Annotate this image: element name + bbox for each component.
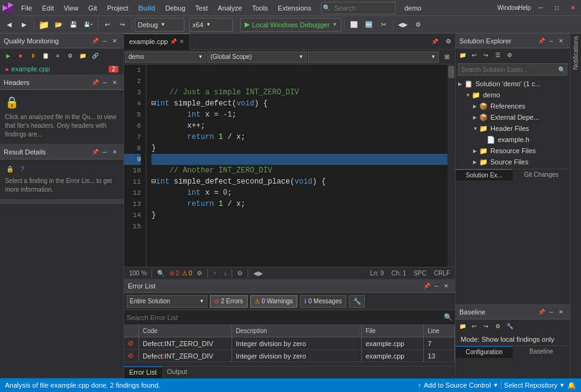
baseline-btn-2[interactable]: ↩ (469, 321, 480, 332)
result-lock-icon[interactable]: 🔒 (5, 164, 15, 174)
notifications-label[interactable]: Notifications (572, 33, 579, 72)
tree-item-headers[interactable]: ▼ 📁 Header Files (456, 123, 570, 134)
scope-dropdown[interactable]: (Global Scope) ▼ (207, 51, 307, 63)
nav-next-btn[interactable]: ↓ (221, 270, 229, 277)
error-list-pin-button[interactable]: 📌 (421, 281, 431, 291)
sol-btn-1[interactable]: 📁 (457, 50, 468, 61)
quality-btn-8[interactable]: 🔗 (89, 50, 101, 61)
tree-item-demo[interactable]: ▼ 📁 demo (456, 89, 570, 100)
platform-dropdown[interactable]: x64 ▼ (189, 18, 233, 32)
result-info-icon[interactable]: ? (17, 164, 27, 174)
back-button[interactable]: ◀ (2, 18, 16, 32)
close-button[interactable]: ✕ (565, 0, 581, 16)
quality-file-item[interactable]: ● example.cpp 2 (0, 63, 124, 74)
quality-stop-btn[interactable]: ■ (15, 50, 26, 61)
code-content[interactable]: // Just a simple INT_ZERO_DIV ⊟int simpl… (146, 65, 448, 267)
warnings-filter-button[interactable]: ⚠ 0 Warnings (250, 295, 297, 308)
baseline-btn-5[interactable]: 🔧 (504, 321, 515, 332)
save-button[interactable]: 💾+ (81, 18, 95, 32)
solution-close-button[interactable]: ✕ (556, 36, 566, 46)
scope-select[interactable]: Entire Solution ▼ (127, 295, 207, 308)
col-header-file[interactable]: File (362, 325, 424, 337)
search-box[interactable]: 🔍 (321, 2, 395, 14)
editor-pin-button[interactable]: 📌 (428, 35, 441, 48)
error-list-close-button[interactable]: ✕ (441, 281, 451, 291)
baseline-minimize-button[interactable]: ─ (546, 307, 556, 317)
warning-count-status[interactable]: ⚠ 0 (182, 270, 192, 277)
menu-edit[interactable]: Edit (37, 2, 59, 14)
restore-button[interactable]: □ (549, 0, 565, 16)
messages-filter-button[interactable]: ℹ 0 Messages (300, 295, 346, 308)
menu-analyze[interactable]: Analyze (213, 2, 247, 14)
menu-view[interactable]: View (59, 2, 84, 14)
quality-pin-button[interactable]: 📌 (90, 36, 100, 46)
quality-btn-5[interactable]: ≡ (52, 50, 63, 61)
output-tab[interactable]: Output (162, 367, 192, 378)
headers-minimize-button[interactable]: ─ (100, 78, 110, 87)
nav-prev-btn[interactable]: ↑ (210, 270, 218, 277)
result-minimize-button[interactable]: ─ (100, 147, 110, 157)
sol-btn-5[interactable]: ⚙ (504, 50, 515, 61)
new-project-button[interactable]: 📁 (37, 18, 50, 32)
error-row-2[interactable]: ⊘ Defect:INT_ZERO_DIV Integer division b… (124, 350, 455, 362)
save-all-button[interactable]: 💾 (66, 18, 80, 32)
headers-close-button[interactable]: ✕ (110, 78, 120, 87)
menu-window[interactable]: Window (500, 0, 516, 16)
baseline-tab[interactable]: Baseline (513, 346, 570, 358)
source-control-button[interactable]: Add to Source Control ▼ (424, 381, 498, 389)
select-repository-button[interactable]: Select Repository ▼ (504, 381, 565, 389)
quality-close-button[interactable]: ✕ (110, 36, 120, 46)
solution-minimize-button[interactable]: ─ (546, 36, 556, 46)
toolbar-extra-1[interactable]: ⬜ (347, 18, 361, 32)
undo-button[interactable]: ↩ (101, 18, 114, 32)
magnify-btn[interactable]: 🔍 (155, 270, 167, 277)
scrollbar-thumb-v[interactable] (448, 66, 454, 78)
toolbar-extra-3[interactable]: ✂ (377, 18, 390, 32)
headers-pin-button[interactable]: 📌 (90, 78, 100, 87)
editor-config-button[interactable]: ⚙ (441, 35, 455, 48)
nav-arrows[interactable]: ◀▶ (251, 270, 266, 277)
solution-search-input[interactable] (459, 66, 557, 73)
editor-tab-example-cpp[interactable]: example.cpp 📌 ✕ (124, 33, 190, 50)
result-scrollbar[interactable] (0, 199, 124, 204)
configuration-tab[interactable]: Configuration (456, 346, 513, 358)
menu-git[interactable]: Git (83, 2, 102, 14)
editor-split-button[interactable]: ⊞ (440, 50, 454, 64)
baseline-pin-button[interactable]: 📌 (536, 307, 546, 317)
quality-btn-4[interactable]: 📋 (40, 50, 51, 61)
sol-btn-2[interactable]: ↩ (469, 50, 480, 61)
start-debugger-button[interactable]: ▶ Local Windows Debugger ▼ (240, 18, 341, 32)
menu-project[interactable]: Project (102, 2, 133, 14)
menu-file[interactable]: File (16, 2, 37, 14)
result-pin-button[interactable]: 📌 (90, 147, 100, 157)
error-search-input[interactable] (127, 314, 444, 321)
redo-button[interactable]: ↪ (115, 18, 129, 32)
baseline-btn-4[interactable]: ⚙ (492, 321, 503, 332)
analyze-btn[interactable]: ⚙ (194, 270, 205, 277)
member-dropdown[interactable]: ▼ (308, 51, 439, 63)
tree-item-refs[interactable]: ▶ 📦 References (456, 100, 570, 112)
search-input[interactable] (331, 4, 387, 12)
baseline-close-button[interactable]: ✕ (556, 307, 566, 317)
quality-pause-btn[interactable]: ⏸ (27, 50, 38, 61)
forward-button[interactable]: ▶ (17, 18, 31, 32)
tree-item-exampleh[interactable]: 📄 example.h (456, 134, 570, 145)
sol-btn-3[interactable]: ↪ (480, 50, 492, 61)
quality-play-btn[interactable]: ▶ (2, 50, 14, 61)
tab-close-icon[interactable]: ✕ (179, 38, 184, 45)
baseline-btn-3[interactable]: ↪ (480, 321, 492, 332)
col-header-line[interactable]: Line (424, 325, 455, 337)
sol-btn-4[interactable]: ☰ (492, 50, 503, 61)
menu-debug[interactable]: Debug (160, 2, 190, 14)
quality-btn-6[interactable]: ⚙ (65, 50, 76, 61)
quality-minimize-button[interactable]: ─ (100, 36, 110, 46)
open-button[interactable]: 📂 (52, 18, 65, 32)
solution-search[interactable]: 🔍 (458, 63, 567, 76)
col-header-code[interactable]: Code (139, 325, 232, 337)
tree-item-resources[interactable]: ▶ 📁 Resource Files (456, 145, 570, 156)
menu-help[interactable]: Help (516, 0, 533, 16)
filter-extra-button[interactable]: 🔧 (349, 295, 365, 308)
errors-filter-button[interactable]: ⊘ 2 Errors (210, 295, 248, 308)
quality-btn-7[interactable]: 📁 (77, 50, 88, 61)
debug-config-dropdown[interactable]: Debug ▼ (135, 18, 184, 32)
